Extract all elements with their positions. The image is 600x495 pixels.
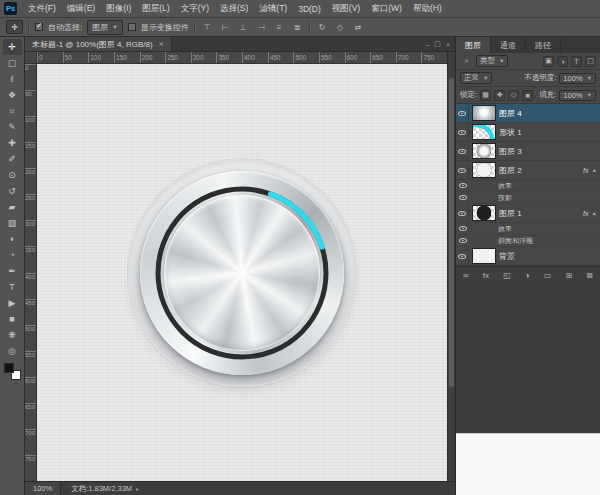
tool-button[interactable]: ▨ bbox=[3, 215, 22, 231]
tool-button[interactable]: ✛ bbox=[3, 39, 22, 55]
menu-item[interactable]: 视图(V) bbox=[327, 3, 365, 15]
lock-icon[interactable]: ◇ bbox=[508, 90, 519, 101]
layers-footer-icon[interactable]: fx bbox=[483, 271, 489, 280]
menu-item[interactable]: 图像(I) bbox=[101, 3, 136, 15]
window-control-icon[interactable]: × bbox=[446, 41, 450, 48]
menu-item[interactable]: 窗口(W) bbox=[366, 3, 407, 15]
align-icon[interactable]: ⊤ bbox=[201, 21, 214, 34]
layer-thumbnail[interactable] bbox=[472, 205, 496, 221]
3d-mode-icon[interactable]: ⇄ bbox=[352, 21, 365, 34]
layer-row[interactable]: 图层 1 fx ▲ bbox=[456, 204, 600, 223]
fx-collapse-icon[interactable]: ▲ bbox=[592, 210, 597, 216]
tool-button[interactable]: ❋ bbox=[3, 327, 22, 343]
layer-row[interactable]: 形状 1 fx ▲ bbox=[456, 123, 600, 142]
tool-button[interactable]: T bbox=[3, 279, 22, 295]
tool-button[interactable]: ↺ bbox=[3, 183, 22, 199]
blend-mode-dropdown[interactable]: 正常 ▼ bbox=[460, 72, 492, 84]
3d-mode-icon[interactable]: ◇ bbox=[334, 21, 347, 34]
auto-select-checkbox[interactable] bbox=[35, 23, 43, 31]
status-popup-arrow-icon[interactable]: ▸ bbox=[136, 485, 139, 492]
tool-button[interactable]: ◗ bbox=[3, 231, 22, 247]
3d-mode-icon[interactable]: ↻ bbox=[316, 21, 329, 34]
zoom-level-field[interactable]: 100% bbox=[25, 482, 61, 495]
layer-effect-row[interactable]: 投影 bbox=[456, 192, 600, 204]
filter-type-dropdown[interactable]: 类型 ▼ bbox=[476, 55, 508, 67]
layer-filter-icon[interactable]: ▢ bbox=[585, 56, 596, 67]
layer-thumbnail[interactable] bbox=[472, 248, 496, 264]
menu-item[interactable]: 文件(F) bbox=[23, 3, 61, 15]
layers-footer-icon[interactable]: ◱ bbox=[503, 271, 511, 280]
panel-tab[interactable]: 图层 bbox=[456, 37, 491, 53]
auto-select-dropdown[interactable]: 图层 ▼ bbox=[87, 20, 122, 35]
lock-icon[interactable]: ✚ bbox=[494, 90, 505, 101]
tool-button[interactable]: ▢ bbox=[3, 55, 22, 71]
panel-tab[interactable]: 通道 bbox=[491, 37, 526, 53]
layer-thumbnail[interactable] bbox=[472, 162, 496, 178]
foreground-color-swatch[interactable] bbox=[4, 363, 14, 373]
layer-effect-row[interactable]: 斜面和浮雕 bbox=[456, 235, 600, 247]
fx-collapse-icon[interactable]: ▲ bbox=[592, 167, 597, 173]
layers-footer-icon[interactable]: ⊞ bbox=[565, 271, 572, 280]
layer-filter-icon[interactable]: ◑ bbox=[557, 56, 568, 67]
layers-footer-icon[interactable]: ∞ bbox=[463, 271, 469, 280]
layer-effect-row[interactable]: 效果 bbox=[456, 180, 600, 192]
effect-visibility-toggle[interactable] bbox=[456, 223, 469, 234]
tool-button[interactable]: ✎ bbox=[3, 119, 22, 135]
layer-row[interactable]: 图层 4 fx ▲ bbox=[456, 104, 600, 123]
tool-button[interactable]: ⊙ bbox=[3, 167, 22, 183]
scrollbar-thumb[interactable] bbox=[449, 78, 454, 387]
layers-footer-icon[interactable]: ⊠ bbox=[586, 271, 593, 280]
menu-item[interactable]: 文字(Y) bbox=[176, 3, 214, 15]
search-icon[interactable]: ⌕ bbox=[460, 55, 473, 68]
layers-footer-icon[interactable]: ◑ bbox=[525, 271, 530, 280]
tool-button[interactable]: ▰ bbox=[3, 199, 22, 215]
tool-button[interactable]: ✒ bbox=[3, 263, 22, 279]
tool-button[interactable]: ✐ bbox=[3, 151, 22, 167]
effect-visibility-toggle[interactable] bbox=[456, 180, 469, 191]
visibility-toggle[interactable] bbox=[456, 247, 469, 265]
align-icon[interactable]: ⊢ bbox=[219, 21, 232, 34]
align-icon[interactable]: ≡ bbox=[273, 21, 286, 34]
tool-button[interactable]: ◎ bbox=[3, 343, 22, 359]
layer-effect-row[interactable]: 效果 bbox=[456, 223, 600, 235]
tool-button[interactable]: ℓ bbox=[3, 71, 22, 87]
canvas[interactable] bbox=[37, 64, 447, 481]
layers-footer-icon[interactable]: ▭ bbox=[544, 271, 552, 280]
tool-button[interactable]: ❖ bbox=[3, 87, 22, 103]
layer-row[interactable]: 图层 2 fx ▲ bbox=[456, 161, 600, 180]
layer-row[interactable]: 背景 fx ▲ bbox=[456, 247, 600, 266]
layer-row[interactable]: 图层 3 fx ▲ bbox=[456, 142, 600, 161]
effect-visibility-toggle[interactable] bbox=[456, 192, 469, 203]
lock-icon[interactable]: ▦ bbox=[480, 90, 491, 101]
tool-button[interactable]: ⌗ bbox=[3, 103, 22, 119]
align-icon[interactable]: ⊥ bbox=[237, 21, 250, 34]
visibility-toggle[interactable] bbox=[456, 142, 469, 160]
color-swatches[interactable] bbox=[4, 363, 21, 380]
layer-thumbnail[interactable] bbox=[472, 143, 496, 159]
panel-tab[interactable]: 路径 bbox=[526, 37, 561, 53]
layer-thumbnail[interactable] bbox=[472, 105, 496, 121]
visibility-toggle[interactable] bbox=[456, 104, 469, 122]
layer-filter-icon[interactable]: T bbox=[571, 56, 582, 67]
tab-close-icon[interactable]: × bbox=[159, 39, 164, 49]
window-control-icon[interactable]: – bbox=[425, 41, 429, 48]
visibility-toggle[interactable] bbox=[456, 204, 469, 222]
window-control-icon[interactable]: ▢ bbox=[434, 40, 441, 48]
fill-value[interactable]: 100% ▼ bbox=[559, 90, 596, 101]
document-size-info[interactable]: 文档:1.83M/2.33M bbox=[71, 484, 132, 494]
fx-badge[interactable]: fx bbox=[583, 210, 588, 217]
visibility-toggle[interactable] bbox=[456, 123, 469, 141]
effect-visibility-toggle[interactable] bbox=[456, 235, 469, 246]
align-icon[interactable]: ⊣ bbox=[255, 21, 268, 34]
tool-button[interactable]: ■ bbox=[3, 311, 22, 327]
align-icon[interactable]: ≣ bbox=[291, 21, 304, 34]
document-tab[interactable]: 未标题-1 @ 100%(图层 4, RGB/8) × bbox=[25, 37, 172, 51]
tool-button[interactable]: ▶ bbox=[3, 295, 22, 311]
menu-item[interactable]: 选择(S) bbox=[215, 3, 253, 15]
layer-filter-icon[interactable]: ▣ bbox=[543, 56, 554, 67]
lock-icon[interactable]: ■ bbox=[522, 90, 533, 101]
opacity-value[interactable]: 100% ▼ bbox=[559, 73, 596, 84]
menu-item[interactable]: 帮助(H) bbox=[408, 3, 447, 15]
menu-item[interactable]: 滤镜(T) bbox=[254, 3, 292, 15]
fx-badge[interactable]: fx bbox=[583, 167, 588, 174]
